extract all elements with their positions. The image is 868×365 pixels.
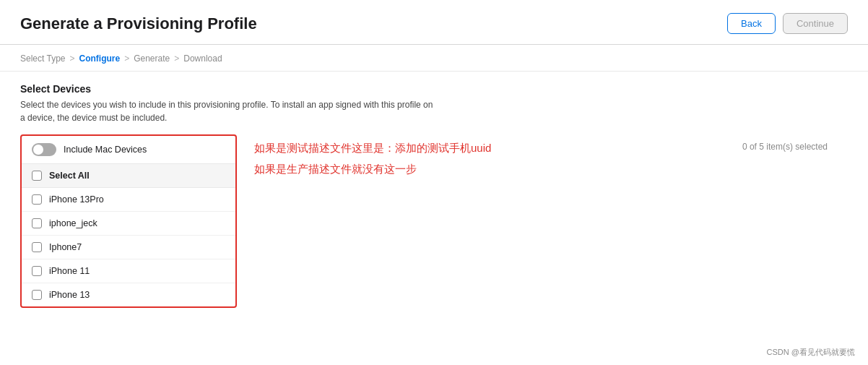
page-title: Generate a Provisioning Profile — [20, 14, 257, 33]
select-all-label: Select All — [49, 171, 90, 181]
mac-devices-toggle-row: Include Mac Devices — [22, 136, 235, 164]
devices-panel: Include Mac Devices Select All iPhone 13… — [20, 134, 237, 308]
breadcrumb-configure: Configure — [79, 53, 121, 64]
section-description: Select the devices you wish to include i… — [20, 98, 439, 124]
breadcrumb-download: Download — [183, 53, 222, 64]
device-row-iphone-jeck[interactable]: iphone_jeck — [22, 212, 235, 236]
device-row-iphone13[interactable]: iPhone 13 — [22, 283, 235, 306]
toggle-label: Include Mac Devices — [64, 145, 147, 155]
item-count: 0 of 5 item(s) selected — [742, 142, 828, 152]
breadcrumb: Select Type > Configure > Generate > Dow… — [0, 45, 868, 72]
breadcrumb-sep-2: > — [124, 53, 129, 64]
device-checkbox-iphone11[interactable] — [32, 266, 42, 276]
include-mac-devices-toggle[interactable] — [32, 143, 56, 156]
breadcrumb-sep-3: > — [174, 53, 179, 64]
device-name-iphone13pro: iPhone 13Pro — [49, 194, 104, 205]
device-checkbox-iphone7[interactable] — [32, 242, 42, 252]
main-content: Select Devices Select the devices you wi… — [0, 72, 868, 322]
device-checkbox-iphone13pro[interactable] — [32, 194, 42, 205]
device-name-iphone11: iPhone 11 — [49, 266, 90, 276]
devices-layout: Include Mac Devices Select All iPhone 13… — [20, 134, 848, 308]
footer-watermark: CSDN @看见代码就要慌 — [767, 347, 855, 358]
breadcrumb-generate: Generate — [134, 53, 170, 64]
page-wrapper: Generate a Provisioning Profile Back Con… — [0, 0, 868, 365]
continue-button: Continue — [783, 13, 848, 34]
breadcrumb-sep-1: > — [69, 53, 74, 64]
device-row-iphone7[interactable]: Iphone7 — [22, 236, 235, 259]
header-buttons: Back Continue — [727, 13, 848, 34]
device-name-iphone7: Iphone7 — [49, 242, 82, 252]
select-all-checkbox[interactable] — [32, 171, 42, 181]
back-button[interactable]: Back — [727, 13, 776, 34]
device-row-iphone13pro[interactable]: iPhone 13Pro — [22, 188, 235, 212]
section-title: Select Devices — [20, 83, 848, 95]
device-row-iphone11[interactable]: iPhone 11 — [22, 259, 235, 283]
device-name-iphone13: iPhone 13 — [49, 290, 90, 300]
device-checkbox-iphone-jeck[interactable] — [32, 218, 42, 228]
select-all-row[interactable]: Select All — [22, 164, 235, 188]
device-checkbox-iphone13[interactable] — [32, 290, 42, 300]
header: Generate a Provisioning Profile Back Con… — [0, 0, 868, 45]
annotation-area: 如果是测试描述文件这里是：添加的测试手机uuid 如果是生产描述文件就没有这一步… — [237, 134, 848, 194]
device-name-iphone-jeck: iphone_jeck — [49, 218, 97, 228]
annotation-line2: 如果是生产描述文件就没有这一步 — [254, 163, 830, 176]
breadcrumb-select-type: Select Type — [20, 53, 65, 64]
